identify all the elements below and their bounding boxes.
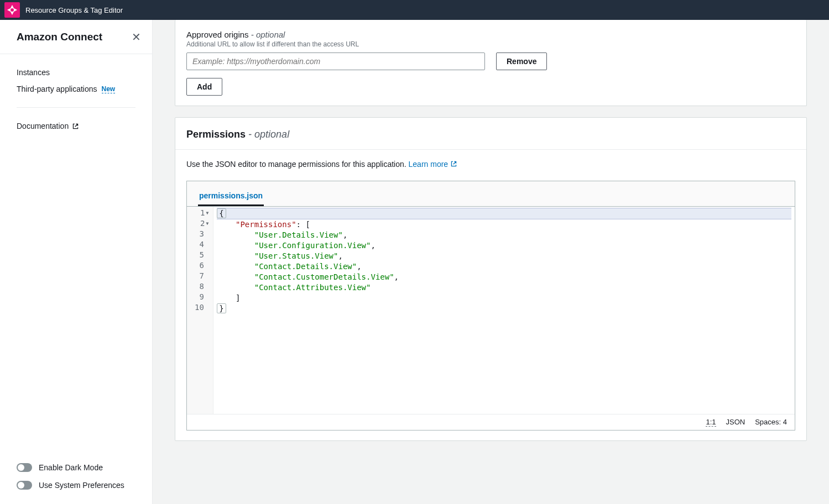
system-pref-toggle-row: Use System Preferences <box>17 476 135 494</box>
approved-origins-description: Additional URL to allow list if differen… <box>186 40 795 48</box>
sidebar: Amazon Connect ✕ Instances Third-party a… <box>0 20 153 504</box>
new-badge: New <box>102 85 116 93</box>
sidebar-item-label: Third-party applications <box>17 85 97 93</box>
permissions-header: Permissions - optional <box>175 118 806 150</box>
main-content: Approved origins - optional Additional U… <box>153 20 829 504</box>
service-title: Resource Groups & Tag Editor <box>25 6 123 14</box>
sidebar-item-label: Documentation <box>17 122 69 130</box>
sidebar-title: Amazon Connect <box>17 31 102 43</box>
permissions-description: Use the JSON editor to manage permission… <box>186 160 795 169</box>
external-link-icon <box>450 160 457 167</box>
remove-origin-button[interactable]: Remove <box>496 53 547 70</box>
editor-mode[interactable]: JSON <box>726 418 745 427</box>
dark-mode-label: Enable Dark Mode <box>39 463 103 472</box>
dark-mode-toggle-row: Enable Dark Mode <box>17 459 135 476</box>
cursor-position[interactable]: 1:1 <box>706 418 716 427</box>
sidebar-item-instances[interactable]: Instances <box>17 64 135 81</box>
sidebar-item-third-party-apps[interactable]: Third-party applications New <box>17 81 135 97</box>
sidebar-item-documentation[interactable]: Documentation <box>17 118 135 134</box>
system-pref-label: Use System Preferences <box>39 481 124 490</box>
sidebar-header: Amazon Connect ✕ <box>0 20 152 54</box>
approved-origin-input[interactable] <box>186 53 485 70</box>
approved-origins-panel: Approved origins - optional Additional U… <box>175 20 807 106</box>
close-sidebar-button[interactable]: ✕ <box>132 30 141 44</box>
json-editor: permissions.json 1▼ 2▼ 3 4 5 6 7 8 <box>186 181 795 431</box>
learn-more-link[interactable]: Learn more <box>409 160 458 169</box>
add-origin-button[interactable]: Add <box>186 78 222 96</box>
editor-code[interactable]: { "Permissions": [ "User.Details.View", … <box>213 207 795 414</box>
global-header: Resource Groups & Tag Editor <box>0 0 829 20</box>
sidebar-item-label: Instances <box>17 68 50 77</box>
dark-mode-toggle[interactable] <box>17 463 32 472</box>
external-link-icon <box>72 123 79 130</box>
editor-status-bar: 1:1 JSON Spaces: 4 <box>187 414 795 430</box>
editor-gutter: 1▼ 2▼ 3 4 5 6 7 8 9 10 <box>187 207 213 414</box>
editor-indent[interactable]: Spaces: 4 <box>755 418 787 427</box>
editor-body[interactable]: 1▼ 2▼ 3 4 5 6 7 8 9 10 { <box>187 207 795 414</box>
svg-point-0 <box>10 8 14 12</box>
approved-origins-label: Approved origins - optional <box>186 30 795 39</box>
system-pref-toggle[interactable] <box>17 481 32 490</box>
permissions-panel: Permissions - optional Use the JSON edit… <box>175 117 807 441</box>
service-logo <box>4 2 20 18</box>
editor-tabs: permissions.json <box>187 181 795 207</box>
editor-tab-permissions[interactable]: permissions.json <box>198 187 264 206</box>
